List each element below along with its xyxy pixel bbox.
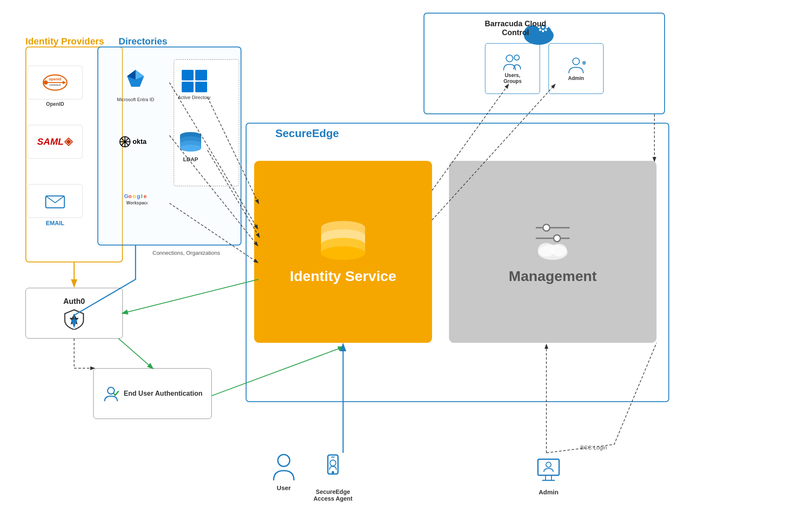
svg-text:o: o xyxy=(128,193,132,199)
svg-point-65 xyxy=(506,55,513,62)
bcc-admin-box: Admin xyxy=(549,43,604,94)
connections-orgs-label: Connections, Organizations xyxy=(152,250,220,256)
svg-point-68 xyxy=(278,455,290,466)
user-label: User xyxy=(277,484,291,491)
auth0-title: Auth0 xyxy=(64,297,85,306)
svg-point-43 xyxy=(321,246,365,260)
bcc-users-label: Users,Groups xyxy=(504,72,522,84)
ldap-label: LDAP xyxy=(183,156,198,163)
bcc-login-label: BCC Login xyxy=(580,444,607,451)
active-directory-item: Active Directory xyxy=(178,68,211,100)
saml-icon xyxy=(64,138,73,146)
svg-point-45 xyxy=(543,224,550,231)
svg-text:G: G xyxy=(124,193,128,199)
agent-device-icon xyxy=(320,453,346,487)
bcc-box: Barracuda Cloud Control Users,Groups xyxy=(424,13,665,114)
admin-icon xyxy=(534,453,563,487)
google-workspace-icon-box: G o o g l e Workspace xyxy=(104,182,167,216)
identity-service-icon xyxy=(318,219,368,262)
email-label: EMAIL xyxy=(46,220,64,226)
openid-label: OpenID xyxy=(46,101,64,107)
active-directory-icon xyxy=(180,68,209,93)
auth0-shield-icon xyxy=(64,309,85,330)
svg-text:okta: okta xyxy=(133,138,147,145)
svg-point-66 xyxy=(514,55,519,60)
saml-icon-box: SAML xyxy=(28,125,83,159)
auth0-box: Auth0 xyxy=(25,288,123,339)
svg-rect-74 xyxy=(546,475,551,480)
svg-rect-26 xyxy=(195,70,207,80)
svg-text:e: e xyxy=(144,193,147,199)
email-icon-box xyxy=(28,184,83,218)
svg-point-70 xyxy=(332,471,334,474)
svg-rect-25 xyxy=(182,70,194,80)
saml-label: SAML xyxy=(37,136,64,147)
svg-marker-5 xyxy=(63,81,66,84)
agent-label: SecureEdgeAccess Agent xyxy=(313,488,352,502)
google-workspace-icon: G o o g l e Workspace xyxy=(124,190,147,207)
svg-text:l: l xyxy=(141,193,143,199)
end-user-auth-box: End User Authentication xyxy=(93,368,212,419)
management-label: Management xyxy=(509,268,597,284)
svg-rect-28 xyxy=(195,82,207,92)
google-workspace-item: G o o g l e Workspace xyxy=(104,182,167,216)
ms-entra-icon xyxy=(125,68,146,89)
diagram-container: Identity Providers Directories openid co… xyxy=(0,0,809,532)
bcc-inner: Users,Groups Admin xyxy=(485,43,604,94)
okta-icon: okta xyxy=(119,135,152,148)
bcc-label: Barracuda Cloud Control xyxy=(473,19,558,37)
svg-point-72 xyxy=(330,460,336,466)
bottom-agent-figure: SecureEdgeAccess Agent xyxy=(313,453,352,502)
svg-point-3 xyxy=(44,80,48,85)
svg-point-50 xyxy=(551,244,567,256)
bcc-admin-label: Admin xyxy=(568,75,584,81)
ms-entra-label: Microsoft Entra ID xyxy=(117,97,154,102)
bottom-admin-figure: Admin xyxy=(534,453,563,496)
ms-entra-icon-box xyxy=(104,61,167,95)
svg-text:openid: openid xyxy=(49,77,61,81)
ldap-item: LDAP xyxy=(178,131,203,163)
openid-icon: openid connect xyxy=(42,74,68,91)
svg-point-35 xyxy=(180,145,201,152)
svg-text:o: o xyxy=(133,193,136,199)
bcc-admin-icon xyxy=(565,56,587,75)
end-user-auth-label: End User Authentication xyxy=(124,389,202,398)
saml-item: SAML xyxy=(28,125,83,159)
svg-text:g: g xyxy=(137,193,140,199)
identity-service-box: Identity Service xyxy=(254,161,432,343)
svg-rect-27 xyxy=(182,82,194,92)
bottom-user-figure: User xyxy=(271,453,296,491)
user-icon xyxy=(271,453,296,482)
directories-label: Directories xyxy=(119,36,167,47)
active-directory-label: Active Directory xyxy=(178,95,211,100)
openid-icon-box: openid connect xyxy=(28,66,83,99)
openid-item: openid connect OpenID xyxy=(28,66,83,107)
end-user-auth-icon xyxy=(103,385,119,402)
svg-text:connect: connect xyxy=(50,83,61,86)
bcc-users-icon xyxy=(502,53,523,72)
ldap-icon xyxy=(178,131,203,154)
ms-entra-item: Microsoft Entra ID xyxy=(104,61,167,102)
identity-providers-label: Identity Providers xyxy=(25,36,104,47)
email-icon xyxy=(44,193,66,209)
svg-text:Workspace: Workspace xyxy=(126,201,147,205)
okta-icon-box: okta xyxy=(104,125,167,159)
management-box: Management xyxy=(449,161,657,343)
okta-item: okta xyxy=(104,125,167,159)
email-item: EMAIL xyxy=(28,184,83,226)
management-icon xyxy=(527,219,578,262)
bcc-users-box: Users,Groups xyxy=(485,43,540,94)
identity-service-label: Identity Service xyxy=(290,268,396,284)
admin-label: Admin xyxy=(539,488,559,496)
svg-point-47 xyxy=(554,235,560,242)
svg-point-67 xyxy=(573,58,579,65)
secureedge-label: SecureEdge xyxy=(275,127,339,140)
svg-point-76 xyxy=(546,462,551,467)
